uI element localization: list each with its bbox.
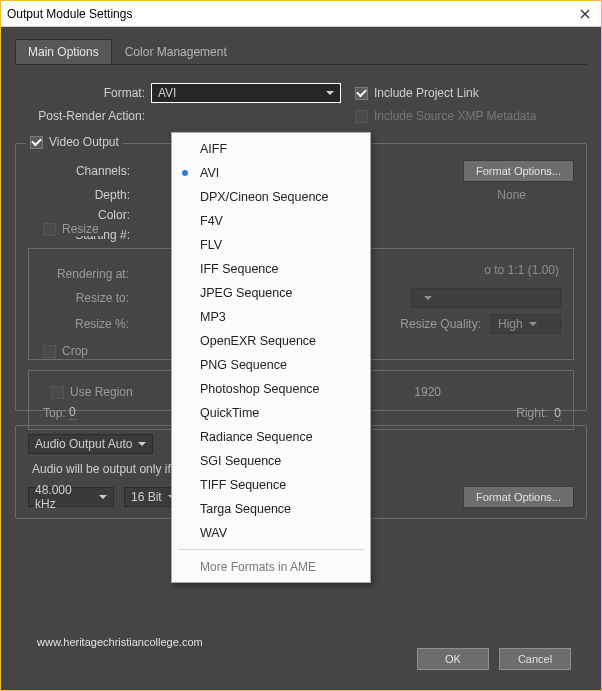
crop-size-hint: 1920 — [414, 385, 441, 399]
resize-quality-label: Resize Quality: — [400, 317, 481, 331]
crop-right-value[interactable]: 0 — [554, 406, 561, 421]
depth-none: None — [497, 188, 526, 202]
tab-strip: Main Options Color Management — [15, 39, 587, 65]
format-option[interactable]: Photoshop Sequence — [172, 377, 370, 401]
color-label: Color: — [28, 208, 136, 222]
chevron-down-icon — [138, 442, 146, 446]
chevron-down-icon — [424, 296, 432, 300]
audio-rate-value: 48.000 kHz — [35, 483, 93, 511]
format-row: Format: AVI Include Project Link — [15, 83, 587, 103]
resize-quality-select[interactable]: High — [491, 314, 561, 334]
chevron-down-icon — [326, 91, 334, 95]
video-output-legend: Video Output — [26, 135, 123, 149]
format-option[interactable]: FLV — [172, 233, 370, 257]
include-project-link-label: Include Project Link — [374, 86, 479, 100]
audio-mode-value: Audio Output Auto — [35, 437, 132, 451]
format-option[interactable]: MP3 — [172, 305, 370, 329]
cancel-button[interactable]: Cancel — [499, 648, 571, 670]
use-region-checkbox[interactable] — [51, 386, 64, 399]
format-select[interactable]: AVI — [151, 83, 341, 103]
format-option[interactable]: F4V — [172, 209, 370, 233]
format-option[interactable]: Targa Sequence — [172, 497, 370, 521]
channels-label: Channels: — [28, 164, 136, 178]
use-region-label: Use Region — [70, 385, 133, 399]
format-option[interactable]: IFF Sequence — [172, 257, 370, 281]
include-xmp-label: Include Source XMP Metadata — [374, 109, 537, 123]
watermark-text: www.heritagechristiancollege.com — [37, 636, 203, 648]
include-xmp-checkbox[interactable] — [355, 110, 368, 123]
include-project-link-row: Include Project Link — [355, 86, 479, 100]
chevron-down-icon — [529, 322, 537, 326]
resize-legend: Resize — [39, 222, 103, 236]
dropdown-separator — [178, 549, 364, 550]
format-option[interactable]: PNG Sequence — [172, 353, 370, 377]
tab-color-management[interactable]: Color Management — [112, 39, 240, 64]
dialog-body: Main Options Color Management Format: AV… — [1, 27, 601, 690]
lock-aspect-hint: o to 1:1 (1.00) — [484, 263, 559, 277]
resize-to-select[interactable] — [411, 288, 561, 308]
format-option[interactable]: JPEG Sequence — [172, 281, 370, 305]
ok-button[interactable]: OK — [417, 648, 489, 670]
format-more-in-ame[interactable]: More Formats in AME — [172, 554, 370, 578]
format-option[interactable]: WAV — [172, 521, 370, 545]
format-option[interactable]: Radiance Sequence — [172, 425, 370, 449]
video-output-legend-text: Video Output — [49, 135, 119, 149]
crop-legend: Crop — [39, 344, 92, 358]
resize-pct-label: Resize %: — [41, 317, 135, 331]
format-option[interactable]: SGI Sequence — [172, 449, 370, 473]
output-module-settings-window: Output Module Settings Main Options Colo… — [0, 0, 602, 691]
post-render-row: Post-Render Action: Include Source XMP M… — [15, 109, 587, 123]
chevron-down-icon — [99, 495, 107, 499]
crop-top-value[interactable]: 0 — [69, 405, 76, 420]
window-title: Output Module Settings — [7, 7, 132, 21]
resize-quality-value: High — [498, 317, 523, 331]
close-icon[interactable] — [575, 4, 595, 24]
audio-depth-value: 16 Bit — [131, 490, 162, 504]
resize-to-label: Resize to: — [41, 291, 135, 305]
include-xmp-row: Include Source XMP Metadata — [355, 109, 537, 123]
format-option[interactable]: TIFF Sequence — [172, 473, 370, 497]
titlebar[interactable]: Output Module Settings — [1, 1, 601, 27]
depth-label: Depth: — [28, 188, 136, 202]
format-label: Format: — [15, 86, 151, 100]
include-project-link-checkbox[interactable] — [355, 87, 368, 100]
resize-legend-text: Resize — [62, 222, 99, 236]
tab-main-options[interactable]: Main Options — [15, 39, 112, 64]
format-option[interactable]: OpenEXR Sequence — [172, 329, 370, 353]
resize-checkbox[interactable] — [43, 223, 56, 236]
dialog-footer: OK Cancel — [417, 648, 571, 670]
format-option[interactable]: QuickTime — [172, 401, 370, 425]
crop-top-label: Top: — [43, 406, 66, 420]
crop-checkbox[interactable] — [43, 345, 56, 358]
crop-legend-text: Crop — [62, 344, 88, 358]
video-format-options-button[interactable]: Format Options... — [463, 160, 574, 182]
format-select-value: AVI — [158, 86, 176, 100]
audio-format-options-button[interactable]: Format Options... — [463, 486, 574, 508]
crop-right-label: Right: — [516, 406, 547, 420]
format-option[interactable]: AIFF — [172, 137, 370, 161]
rendering-at-label: Rendering at: — [41, 267, 135, 281]
audio-mode-select[interactable]: Audio Output Auto — [28, 434, 153, 454]
video-output-checkbox[interactable] — [30, 136, 43, 149]
post-render-label: Post-Render Action: — [15, 109, 151, 123]
format-option[interactable]: AVI — [172, 161, 370, 185]
format-option[interactable]: DPX/Cineon Sequence — [172, 185, 370, 209]
format-dropdown-list[interactable]: AIFFAVIDPX/Cineon SequenceF4VFLVIFF Sequ… — [171, 132, 371, 583]
audio-rate-select[interactable]: 48.000 kHz — [28, 487, 114, 507]
